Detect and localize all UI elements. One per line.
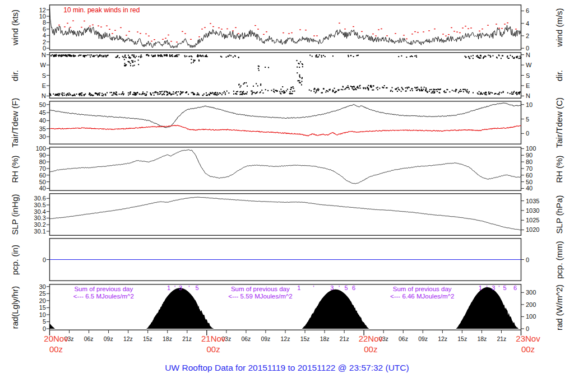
- uv-index-mark: 1: [167, 284, 170, 291]
- rh-right-tick: 70: [526, 165, 552, 172]
- rh-right-tick: 40: [526, 185, 552, 192]
- rh-right-tick: 90: [526, 152, 552, 159]
- rad-right-unit-label: rad (W/m^2): [554, 284, 564, 330]
- uv-index-mark: 3: [330, 284, 334, 291]
- rh-right-unit-label: RH (%): [554, 155, 564, 183]
- dir-right-tick: W: [526, 62, 552, 69]
- dir-left-tick: E: [20, 82, 46, 90]
- x-minor-label: 09z: [418, 335, 428, 342]
- uw-rooftop-meteogram: UW Rooftop Data for 20151119 to 20151122…: [0, 0, 574, 392]
- rh-right-tick: 50: [526, 179, 552, 186]
- wind-left-tick: 6: [20, 26, 46, 33]
- wind-right-unit-label: wind (m/s): [554, 8, 564, 46]
- rad-left-tick: 5: [20, 318, 46, 325]
- pcp-right-tick: 0: [526, 256, 552, 264]
- rad-sum-annotation: Sum of previous day: [393, 286, 452, 292]
- rad-sum-value: <--- 6.5 MJoules/m^2: [73, 293, 134, 300]
- temp-right-tick: 10: [526, 101, 552, 109]
- temp-plot: [45, 101, 526, 144]
- dir-left-unit-label: dir.: [10, 69, 20, 81]
- rad-left-tick: 30: [20, 283, 46, 291]
- x-minor-label: 06z: [84, 335, 94, 342]
- dir-right-tick: S: [526, 72, 552, 80]
- rh-left-tick: 90: [20, 152, 46, 159]
- x-day-hour-label: 00z: [521, 344, 535, 354]
- rad-left-tick: 20: [20, 297, 46, 305]
- uv-index-mark: 5: [345, 284, 348, 291]
- chart-title: UW Rooftop Data for 20151119 to 20151122…: [0, 363, 574, 373]
- x-minor-label: 18z: [320, 335, 330, 342]
- rad-left-tick: 15: [20, 304, 46, 311]
- pcp-left-unit-label: pcp. (in): [10, 244, 20, 274]
- temp-left-tick: 35: [20, 125, 46, 133]
- slp-left-tick: 30.3: [20, 214, 46, 222]
- dir-left-tick: N: [20, 92, 46, 100]
- uv-index-mark: 1: [297, 284, 300, 291]
- rad-right-tick: 0: [526, 325, 552, 333]
- temp-left-tick: 30: [20, 133, 46, 141]
- x-minor-label: 21z: [497, 335, 506, 342]
- pcp-plot: [45, 238, 526, 281]
- x-minor-label: 15z: [457, 335, 467, 342]
- uv-index-mark: ': [313, 284, 314, 291]
- temp-left-tick: 50: [20, 101, 46, 109]
- wind-left-tick: 10: [20, 13, 46, 20]
- rh-right-tick: 60: [526, 172, 552, 179]
- rh-plot: [45, 147, 526, 191]
- uv-index-mark: 5: [195, 284, 198, 291]
- wind-right-tick: 4: [526, 20, 552, 27]
- rh-left-tick: 100: [20, 145, 46, 152]
- rad-left-tick: 0: [20, 325, 46, 333]
- rh-left-tick: 40: [20, 185, 46, 192]
- rh-right-tick: 80: [526, 158, 552, 166]
- x-day-hour-label: 00z: [207, 344, 220, 354]
- rad-right-tick: 100: [526, 313, 552, 320]
- x-minor-label: 15z: [300, 335, 310, 342]
- rad-right-tick: 200: [526, 301, 552, 309]
- rh-left-tick: 80: [20, 158, 46, 166]
- dir-plot: [45, 52, 526, 99]
- dir-left-tick: W: [20, 62, 46, 69]
- x-minor-label: 12z: [281, 335, 290, 342]
- wind-left-tick: 2: [20, 39, 46, 46]
- x-day-hour-label: 00z: [49, 344, 63, 354]
- temp-left-tick: 45: [20, 109, 46, 116]
- uv-index-mark: 5: [503, 284, 506, 291]
- rh-left-tick: 70: [20, 165, 46, 172]
- dir-right-tick: N: [526, 52, 552, 59]
- slp-left-tick: 30.5: [20, 202, 46, 209]
- dir-right-tick: N: [526, 92, 552, 100]
- x-minor-label: 12z: [438, 335, 447, 342]
- x-minor-label: 21z: [182, 335, 192, 342]
- x-minor-label: 09z: [261, 335, 270, 342]
- rh-right-tick: 100: [526, 145, 552, 152]
- rh-left-tick: 50: [20, 179, 46, 186]
- slp-right-tick: 1025: [526, 217, 552, 224]
- wind-right-tick: 6: [526, 7, 552, 15]
- wind-left-tick: 8: [20, 19, 46, 26]
- x-minor-label: 06z: [241, 335, 251, 342]
- wind-left-tick: 12: [20, 7, 46, 14]
- slp-plot: [45, 193, 526, 236]
- slp-left-tick: 30.6: [20, 195, 46, 202]
- rad-left-tick: 25: [20, 290, 46, 297]
- rh-left-tick: 60: [20, 172, 46, 179]
- slp-right-tick: 1035: [526, 198, 552, 205]
- dir-right-tick: E: [526, 82, 552, 90]
- temp-right-tick: 5: [526, 116, 552, 123]
- slp-left-tick: 30.1: [20, 228, 46, 235]
- wind-left-tick: 4: [20, 32, 46, 39]
- slp-right-tick: 1030: [526, 207, 552, 214]
- uv-index-mark: ': [498, 284, 499, 291]
- rad-right-tick: 300: [526, 289, 552, 296]
- x-minor-label: 18z: [163, 335, 172, 342]
- temp-left-unit-label: Tair/Tdew (F): [10, 98, 20, 147]
- slp-left-tick: 30.2: [20, 221, 46, 228]
- rad-sum-value: <--- 6.46 MJoules/m^2: [390, 293, 454, 300]
- slp-right-unit-label: SLP (hPa): [554, 195, 564, 234]
- pcp-left-tick: 0: [20, 256, 46, 264]
- x-day-label: 22Nov: [359, 334, 383, 343]
- wind-right-tick: 2: [526, 32, 552, 40]
- rad-sum-value: <--- 5.59 MJoules/m^2: [228, 293, 292, 300]
- slp-left-unit-label: SLP (inHg): [10, 194, 20, 235]
